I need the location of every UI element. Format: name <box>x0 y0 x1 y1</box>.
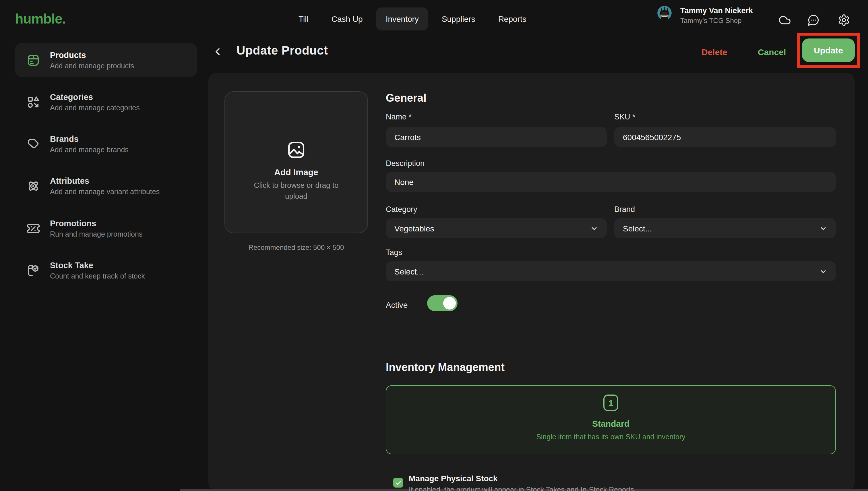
top-navigation: Till Cash Up Inventory Suppliers Reports <box>289 7 536 30</box>
sidebar-item-subtitle: Add and manage brands <box>50 146 128 154</box>
sidebar-item-categories[interactable]: Categories Add and manage categories <box>15 88 197 117</box>
clipboard-check-icon <box>26 264 40 278</box>
chat-icon[interactable] <box>807 14 820 26</box>
sidebar-item-brands[interactable]: Brands Add and manage brands <box>15 130 197 158</box>
active-label: Active <box>386 300 408 310</box>
manage-physical-stock-checkbox[interactable] <box>393 478 403 488</box>
upload-size-hint: Recommended size: 500 × 500 <box>225 243 368 252</box>
sidebar-item-subtitle: Add and manage variant attributes <box>50 188 159 196</box>
sidebar-item-subtitle: Run and manage promotions <box>50 230 142 238</box>
sidebar-item-title: Categories <box>50 92 140 102</box>
image-upload-dropzone[interactable]: Add Image Click to browse or drag to upl… <box>225 91 368 233</box>
description-label: Description <box>386 159 424 168</box>
manage-stock-label: Manage Physical Stock <box>409 474 498 483</box>
chevron-down-icon <box>590 224 598 232</box>
active-toggle[interactable] <box>427 295 457 311</box>
sidebar-item-attributes[interactable]: Attributes Add and manage variant attrib… <box>15 172 197 200</box>
sidebar-item-title: Stock Take <box>50 261 145 270</box>
sku-label: SKU * <box>614 113 635 121</box>
nav-suppliers[interactable]: Suppliers <box>432 7 485 30</box>
atom-icon <box>26 179 40 193</box>
section-heading-inventory: Inventory Management <box>386 361 505 374</box>
nav-cash-up[interactable]: Cash Up <box>322 7 372 30</box>
user-name: Tammy Van Niekerk <box>680 6 753 15</box>
tag-icon <box>26 137 40 151</box>
tags-select[interactable]: Select... <box>386 261 836 281</box>
cloud-sync-icon[interactable] <box>778 14 791 26</box>
category-value: Vegetables <box>394 224 434 233</box>
check-icon <box>395 479 401 486</box>
inventory-mode-standard-card[interactable]: 1 Standard Single item that has its own … <box>386 385 836 454</box>
sidebar-item-title: Promotions <box>50 219 142 228</box>
app-window: humble. Till Cash Up Inventory Suppliers… <box>0 0 868 491</box>
package-icon <box>26 53 40 67</box>
section-heading-general: General <box>386 92 426 105</box>
name-label: Name * <box>386 113 412 121</box>
tags-label: Tags <box>386 248 402 257</box>
nav-inventory[interactable]: Inventory <box>376 7 428 30</box>
description-input[interactable] <box>386 172 836 192</box>
upload-title: Add Image <box>274 167 318 177</box>
brand-label: Brand <box>614 205 635 213</box>
sidebar-item-title: Attributes <box>50 176 159 185</box>
image-icon <box>287 140 306 160</box>
manage-stock-subtitle: If enabled, the product will appear in S… <box>409 486 634 491</box>
app-logo: humble. <box>15 11 66 27</box>
section-divider <box>386 334 836 334</box>
delete-button[interactable]: Delete <box>701 47 727 57</box>
sidebar-item-stock-take[interactable]: Stock Take Count and keep track of stock <box>15 256 197 285</box>
upload-subtitle: Click to browse or drag to upload <box>242 180 351 202</box>
mode-title: Standard <box>592 418 629 428</box>
name-input[interactable] <box>386 127 607 147</box>
nav-reports[interactable]: Reports <box>488 7 536 30</box>
update-button[interactable]: Update <box>802 38 855 62</box>
sidebar-item-title: Brands <box>50 134 128 144</box>
brand-select[interactable]: Select... <box>614 218 836 238</box>
user-avatar[interactable] <box>657 6 672 20</box>
chevron-down-icon <box>819 267 827 276</box>
sidebar-item-subtitle: Add and manage products <box>50 62 134 70</box>
sidebar-item-products[interactable]: Products Add and manage products <box>15 43 197 77</box>
nav-till[interactable]: Till <box>289 7 318 30</box>
shapes-icon <box>26 95 40 109</box>
chevron-down-icon <box>819 224 827 232</box>
sidebar-item-title: Products <box>50 50 134 59</box>
user-org: Tammy's TCG Shop <box>680 17 742 25</box>
sku-input[interactable] <box>614 127 836 147</box>
sidebar-item-subtitle: Count and keep track of stock <box>50 272 145 280</box>
cancel-button[interactable]: Cancel <box>758 47 786 57</box>
tags-value: Select... <box>394 267 423 276</box>
standard-mode-icon: 1 <box>603 395 618 411</box>
brand-value: Select... <box>623 224 652 233</box>
sidebar-item-subtitle: Add and manage categories <box>50 104 140 112</box>
toggle-knob <box>443 297 456 310</box>
category-label: Category <box>386 205 417 213</box>
sidebar-item-promotions[interactable]: Promotions Run and manage promotions <box>15 214 197 243</box>
mode-subtitle: Single item that has its own SKU and inv… <box>536 433 685 441</box>
category-select[interactable]: Vegetables <box>386 218 607 238</box>
back-button[interactable] <box>212 46 223 57</box>
page-title: Update Product <box>237 44 328 57</box>
settings-gear-icon[interactable] <box>838 14 850 26</box>
ticket-percent-icon <box>26 222 40 235</box>
